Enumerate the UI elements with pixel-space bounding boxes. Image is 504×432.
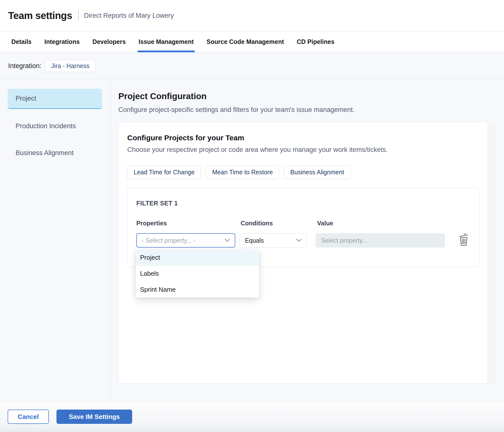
content-region: Integration: Jira - Harness Project Prod… bbox=[0, 52, 504, 401]
tab-cd-pipelines[interactable]: CD Pipelines bbox=[297, 31, 335, 52]
value-column-label: Value bbox=[317, 220, 448, 227]
integration-row: Integration: Jira - Harness bbox=[0, 52, 504, 80]
save-im-settings-button[interactable]: Save IM Settings bbox=[56, 410, 132, 424]
footer-bar: Cancel Save IM Settings bbox=[0, 401, 504, 432]
chip-business-alignment[interactable]: Business Alignment bbox=[284, 165, 350, 179]
properties-select[interactable]: - Select property... - bbox=[136, 233, 235, 248]
card-title: Configure Projects for your Team bbox=[127, 134, 479, 142]
main-panel: Project Configuration Configure project-… bbox=[110, 80, 504, 401]
card-scrollbar-track[interactable] bbox=[488, 123, 495, 383]
conditions-select-value: Equals bbox=[245, 237, 264, 244]
title-divider bbox=[78, 10, 79, 21]
sidebar-item-project[interactable]: Project bbox=[8, 89, 102, 109]
cancel-button[interactable]: Cancel bbox=[8, 410, 49, 424]
tab-bar: Details Integrations Developers Issue Ma… bbox=[0, 31, 504, 52]
conditions-column-label: Conditions bbox=[241, 220, 308, 227]
chevron-down-icon bbox=[224, 238, 230, 242]
sidebar-item-business-alignment[interactable]: Business Alignment bbox=[8, 143, 102, 163]
conditions-select[interactable]: Equals bbox=[240, 233, 306, 248]
tab-details[interactable]: Details bbox=[11, 31, 32, 52]
properties-select-value: - Select property... - bbox=[142, 237, 196, 244]
sidebar-item-production-incidents[interactable]: Production Incidents bbox=[8, 116, 102, 136]
tab-developers[interactable]: Developers bbox=[92, 31, 126, 52]
metric-chip-row: Lead Time for Change Mean Time to Restor… bbox=[127, 165, 479, 179]
properties-column-label: Properties bbox=[136, 220, 236, 227]
settings-sidebar: Project Production Incidents Business Al… bbox=[0, 80, 110, 401]
chip-mean-time-to-restore[interactable]: Mean Time to Restore bbox=[206, 165, 279, 179]
section-description: Configure project-specific settings and … bbox=[118, 106, 504, 114]
tab-integrations[interactable]: Integrations bbox=[44, 31, 80, 52]
page-subtitle: Direct Reports of Mary Lowery bbox=[84, 12, 174, 19]
integration-chip[interactable]: Jira - Harness bbox=[45, 60, 95, 72]
filter-column-labels: Properties Conditions Value bbox=[136, 220, 470, 227]
tab-source-code-management[interactable]: Source Code Management bbox=[207, 31, 284, 52]
chevron-down-icon bbox=[296, 238, 302, 242]
dropdown-option-labels[interactable]: Labels bbox=[136, 266, 259, 282]
chip-lead-time-for-change[interactable]: Lead Time for Change bbox=[127, 165, 201, 179]
delete-filter-button[interactable] bbox=[457, 232, 470, 248]
dropdown-option-sprint-name[interactable]: Sprint Name bbox=[136, 282, 259, 298]
integration-label: Integration: bbox=[8, 62, 41, 70]
trash-icon bbox=[458, 233, 469, 247]
card-subtitle: Choose your respective project or code a… bbox=[127, 146, 479, 154]
filter-controls-row: - Select property... - Project Labels bbox=[136, 227, 470, 248]
page-header: Team settings Direct Reports of Mary Low… bbox=[0, 0, 504, 31]
tab-issue-management[interactable]: Issue Management bbox=[139, 31, 194, 52]
properties-dropdown: Project Labels Sprint Name bbox=[136, 250, 259, 298]
configure-projects-card: Configure Projects for your Team Choose … bbox=[118, 123, 488, 383]
filter-set-1: FILTER SET 1 Properties Conditions Value… bbox=[127, 188, 479, 267]
value-input[interactable] bbox=[316, 233, 445, 248]
page-title: Team settings bbox=[8, 10, 72, 21]
dropdown-option-project[interactable]: Project bbox=[136, 250, 259, 266]
filter-set-title: FILTER SET 1 bbox=[136, 200, 470, 207]
section-title: Project Configuration bbox=[118, 91, 504, 101]
